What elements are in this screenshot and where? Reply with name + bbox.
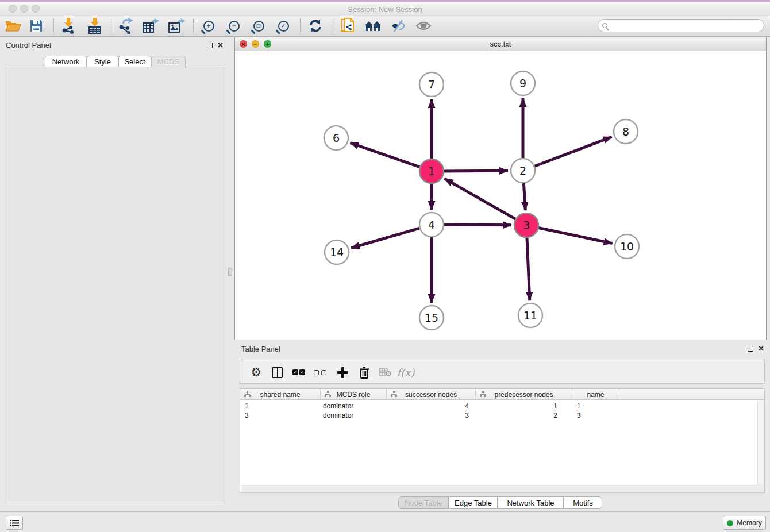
tree-icon bbox=[325, 391, 331, 398]
import-table-icon[interactable] bbox=[85, 17, 105, 34]
table-vertical-scrollbar[interactable] bbox=[757, 400, 764, 485]
mcds-panel bbox=[5, 67, 225, 504]
delete-icon[interactable] bbox=[355, 364, 374, 381]
tab-node-table[interactable]: Node Table bbox=[398, 496, 449, 509]
control-panel-close-button[interactable]: ✕ bbox=[217, 43, 224, 48]
node-table[interactable]: shared name MCDS role successor nodes pr… bbox=[240, 388, 765, 493]
graph-edge-2-8[interactable] bbox=[533, 137, 612, 167]
import-network-icon[interactable] bbox=[59, 17, 78, 34]
table-panel-float-button[interactable] bbox=[748, 346, 753, 352]
column-header-mcds-role[interactable]: MCDS role bbox=[321, 389, 387, 400]
deselect-checkbox-icon[interactable] bbox=[311, 364, 329, 381]
tab-mcds[interactable]: MCDS bbox=[151, 56, 186, 68]
table-row[interactable]: 1 dominator 4 1 1 bbox=[240, 402, 757, 411]
toolbar-separator bbox=[300, 19, 301, 33]
cell-name: 1 bbox=[572, 402, 619, 411]
graph-edge-3-1[interactable] bbox=[445, 179, 517, 220]
network-graph-canvas[interactable]: 7968124314101511 bbox=[235, 51, 766, 340]
tab-motifs[interactable]: Motifs bbox=[564, 496, 602, 509]
table-panel-title: Table Panel bbox=[241, 345, 280, 353]
select-all-checkbox-icon[interactable]: ✓✓ bbox=[290, 364, 308, 381]
tree-icon bbox=[244, 391, 251, 398]
column-header-shared-name[interactable]: shared name bbox=[240, 389, 321, 400]
column-layout-icon[interactable] bbox=[268, 364, 286, 381]
graph-edge-4-3[interactable] bbox=[442, 225, 511, 225]
add-row-icon[interactable] bbox=[333, 364, 352, 381]
network-window-titlebar[interactable]: ✕ − + scc.txt bbox=[235, 37, 766, 51]
hide-graphics-icon[interactable] bbox=[388, 17, 408, 34]
graph-node-label-7: 7 bbox=[428, 78, 435, 91]
refresh-icon[interactable] bbox=[306, 17, 325, 34]
graph-node-label-9: 9 bbox=[519, 77, 526, 90]
delete-column-icon[interactable] bbox=[376, 364, 394, 381]
graph-node-label-14: 14 bbox=[330, 246, 344, 259]
zoom-fit-icon[interactable]: ▢ bbox=[249, 17, 268, 34]
application-window: Session: New Session bbox=[0, 0, 770, 532]
search-input[interactable] bbox=[598, 19, 764, 32]
memory-label: Memory bbox=[737, 519, 761, 527]
graph-node-label-2: 2 bbox=[519, 164, 526, 177]
column-header-predecessor-nodes[interactable]: predecessor nodes bbox=[476, 389, 572, 400]
column-header-successor-nodes[interactable]: successor nodes bbox=[387, 389, 476, 400]
open-folder-icon[interactable] bbox=[3, 17, 23, 34]
tree-icon bbox=[480, 391, 486, 398]
tab-edge-table[interactable]: Edge Table bbox=[449, 496, 498, 509]
document-network-icon[interactable] bbox=[338, 17, 357, 34]
memory-button[interactable]: Memory bbox=[723, 516, 766, 530]
control-panel-float-button[interactable] bbox=[207, 43, 213, 48]
task-history-button[interactable] bbox=[6, 516, 23, 530]
tab-network[interactable]: Network bbox=[45, 56, 87, 67]
table-panel-close-button[interactable]: ✕ bbox=[758, 346, 764, 352]
graph-node-label-15: 15 bbox=[425, 311, 438, 324]
toolbar-separator bbox=[193, 19, 194, 33]
graph-edge-1-2[interactable] bbox=[442, 171, 508, 171]
cell-name: 3 bbox=[572, 411, 619, 420]
toolbar-separator bbox=[53, 19, 54, 33]
graph-edge-3-11[interactable] bbox=[527, 236, 530, 300]
export-network-icon[interactable] bbox=[116, 17, 136, 34]
export-table-icon[interactable] bbox=[141, 17, 160, 34]
cell-shared-name: 1 bbox=[240, 402, 321, 411]
task-list-icon bbox=[10, 519, 19, 527]
tab-network-table[interactable]: Network Table bbox=[498, 496, 564, 509]
zoom-in-icon[interactable]: + bbox=[199, 17, 218, 34]
table-header-row: shared name MCDS role successor nodes pr… bbox=[240, 389, 764, 400]
column-header-empty bbox=[619, 389, 764, 400]
toolbar-separator bbox=[332, 19, 332, 33]
save-icon[interactable] bbox=[26, 17, 46, 34]
show-graphics-icon[interactable] bbox=[414, 17, 433, 34]
graph-node-label-4: 4 bbox=[428, 218, 435, 231]
graph-node-label-8: 8 bbox=[622, 125, 629, 138]
graph-edge-2-3[interactable] bbox=[523, 182, 525, 210]
graph-node-label-3: 3 bbox=[523, 219, 530, 232]
graph-node-label-10: 10 bbox=[620, 240, 634, 253]
function-icon[interactable]: f(x) bbox=[396, 364, 415, 381]
graph-edge-3-10[interactable] bbox=[537, 228, 613, 244]
cell-shared-name: 3 bbox=[240, 411, 321, 420]
zoom-out-icon[interactable]: − bbox=[224, 17, 244, 34]
settings-gear-icon[interactable]: ⚙ bbox=[247, 364, 265, 381]
memory-status-icon bbox=[727, 520, 733, 526]
graph-edge-1-6[interactable] bbox=[351, 143, 422, 168]
window-title: Session: New Session bbox=[0, 5, 770, 14]
graph-edge-4-14[interactable] bbox=[351, 228, 421, 248]
cell-successor-nodes: 3 bbox=[387, 411, 476, 420]
tab-style[interactable]: Style bbox=[87, 56, 118, 67]
toolbar-separator bbox=[111, 19, 111, 33]
table-row[interactable]: 3 dominator 3 2 3 bbox=[240, 411, 757, 420]
export-image-icon[interactable] bbox=[167, 17, 186, 34]
vertical-splitter-handle[interactable] bbox=[228, 268, 232, 276]
cell-mcds-role: dominator bbox=[321, 402, 387, 411]
column-header-name[interactable]: name bbox=[572, 389, 619, 400]
tab-select[interactable]: Select bbox=[118, 56, 151, 67]
network-view-window[interactable]: ✕ − + scc.txt 7968124314101511 bbox=[234, 37, 767, 340]
search-icon bbox=[602, 23, 607, 28]
table-horizontal-scrollbar[interactable] bbox=[241, 485, 764, 492]
control-panel-title: Control Panel bbox=[6, 41, 51, 49]
home-icon[interactable] bbox=[363, 17, 383, 34]
cell-predecessor-nodes: 2 bbox=[476, 411, 572, 420]
cell-successor-nodes: 4 bbox=[387, 402, 476, 411]
cell-mcds-role: dominator bbox=[321, 411, 387, 420]
zoom-selected-icon[interactable]: ✓ bbox=[274, 17, 293, 34]
table-toolbar: ⚙ ✓✓ f(x) bbox=[240, 360, 765, 384]
